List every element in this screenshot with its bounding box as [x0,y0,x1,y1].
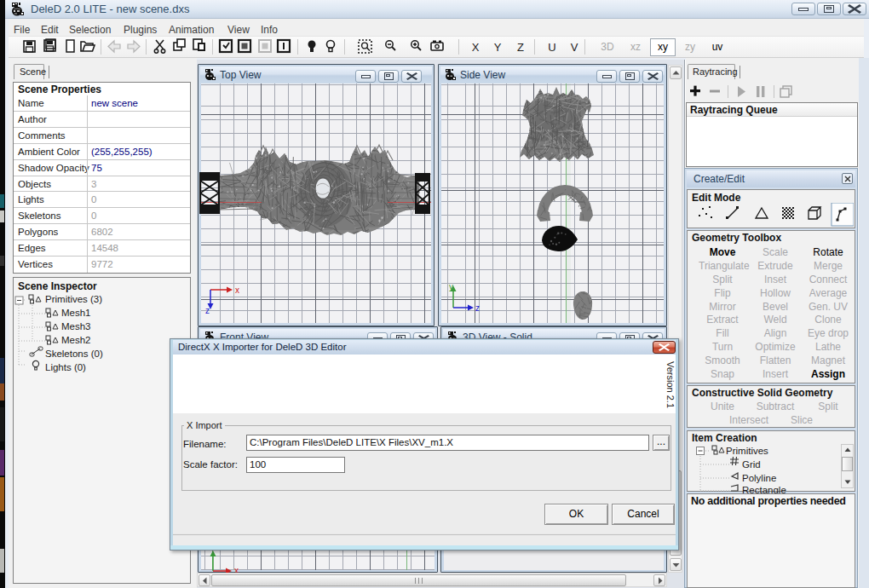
svg-text:x: x [234,566,239,573]
svg-text:y: y [449,282,453,291]
svg-text:z: z [475,303,480,313]
svg-text:x: x [235,285,239,295]
svg-text:z: z [205,306,210,315]
